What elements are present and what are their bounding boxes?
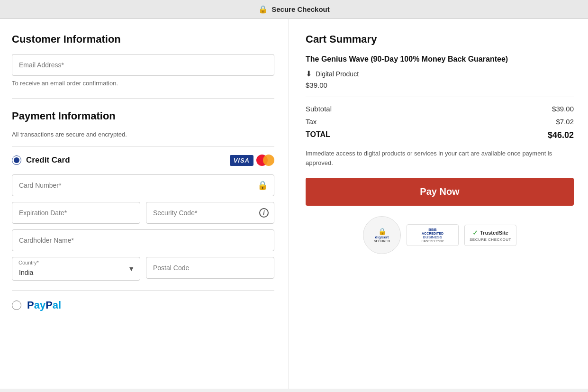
trust-badges: 🔒 digicert SECURED BBB ACCREDITED BUSINE…	[306, 216, 574, 254]
paypal-p: P	[27, 299, 34, 311]
email-hint: To receive an email order confirmation.	[12, 80, 274, 87]
expiry-field[interactable]	[12, 202, 140, 224]
expiry-wrap	[12, 202, 140, 224]
bbb-badge: BBB ACCREDITED BUSINESS Click for Profil…	[407, 224, 459, 246]
card-logos: VISA	[230, 155, 274, 166]
tax-row: Tax $7.02	[306, 118, 574, 126]
security-code-field[interactable]	[146, 202, 274, 224]
security-code-info-icon[interactable]: i	[259, 208, 269, 218]
access-note: Immediate access to digital products or …	[306, 149, 574, 167]
bbb-click: Click for Profile	[412, 239, 453, 243]
payment-information-section: Payment Information All transactions are…	[12, 110, 274, 311]
payment-section-title: Payment Information	[12, 110, 274, 122]
payment-subtitle: All transactions are secure and encrypte…	[12, 131, 274, 138]
download-icon: ⬇	[306, 69, 312, 78]
trusted-sub-label: SECURE CHECKOUT	[470, 237, 511, 242]
subtotal-label: Subtotal	[306, 105, 332, 113]
mc-right-circle	[263, 155, 274, 166]
top-bar: 🔒 Secure Checkout	[0, 0, 588, 19]
tax-value: $7.02	[556, 118, 574, 126]
card-lock-icon: 🔒	[257, 180, 268, 191]
bbb-header: BBB	[412, 228, 453, 232]
digital-product-row: ⬇ Digital Product	[306, 69, 574, 78]
postal-code-field[interactable]	[146, 257, 274, 279]
payment-divider	[12, 146, 274, 147]
digicert-secured: SECURED	[374, 239, 390, 243]
country-wrap: Country* India United States United King…	[12, 257, 140, 281]
country-postal-row: Country* India United States United King…	[12, 257, 274, 281]
paypal-al: al	[53, 299, 61, 311]
digicert-lock-icon: 🔒	[374, 228, 390, 235]
expiry-security-row: i	[12, 202, 274, 224]
bbb-accredited: ACCREDITED	[412, 232, 453, 235]
paypal-ay: ay	[34, 299, 45, 311]
subtotal-row: Subtotal $39.00	[306, 105, 574, 113]
credit-card-label: Credit Card	[26, 155, 230, 165]
visa-logo: VISA	[230, 155, 253, 166]
security-wrap: i	[146, 202, 274, 224]
country-label: Country*	[18, 260, 39, 265]
grand-total-row: TOTAL $46.02	[306, 130, 574, 140]
paypal-logo: PayPal	[27, 299, 61, 311]
cart-summary-title: Cart Summary	[306, 33, 574, 46]
secure-checkout-label: Secure Checkout	[271, 5, 330, 13]
right-panel: Cart Summary The Genius Wave (90-Day 100…	[289, 19, 588, 389]
product-price: $39.00	[306, 81, 574, 97]
subtotal-value: $39.00	[552, 105, 574, 113]
customer-information-section: Customer Information To receive an email…	[12, 33, 274, 99]
lock-icon: 🔒	[258, 5, 268, 14]
postal-wrap	[146, 257, 274, 281]
main-layout: Customer Information To receive an email…	[0, 19, 588, 389]
tax-label: Tax	[306, 118, 317, 126]
trusted-site-name: TrustedSite	[480, 230, 508, 236]
total-value: $46.02	[548, 130, 574, 140]
left-panel: Customer Information To receive an email…	[0, 19, 289, 389]
credit-card-radio[interactable]	[12, 155, 21, 165]
bbb-business: BUSINESS	[412, 235, 453, 239]
email-field[interactable]	[12, 54, 274, 76]
totals-section: Subtotal $39.00 Tax $7.02 TOTAL $46.02	[306, 105, 574, 140]
trusted-site-badge: ✓ TrustedSite SECURE CHECKOUT	[464, 225, 516, 246]
digicert-name: digicert	[374, 235, 390, 239]
digicert-badge: 🔒 digicert SECURED	[363, 216, 401, 254]
mastercard-logo	[256, 155, 274, 166]
paypal-section: PayPal	[12, 290, 274, 311]
trusted-check-icon: ✓	[472, 229, 478, 237]
product-name: The Genius Wave (90-Day 100% Money Back …	[306, 54, 574, 64]
customer-section-title: Customer Information	[12, 33, 274, 46]
total-label: TOTAL	[306, 130, 330, 140]
trusted-logo-top: ✓ TrustedSite	[470, 229, 511, 237]
digital-product-label: Digital Product	[316, 70, 359, 78]
card-number-wrap: 🔒	[12, 174, 274, 196]
digicert-inner: 🔒 digicert SECURED	[374, 228, 390, 243]
pay-now-button[interactable]: Pay Now	[306, 178, 574, 206]
paypal-radio[interactable]	[12, 301, 21, 310]
paypal-p2: P	[45, 299, 53, 311]
credit-card-method-row: Credit Card VISA	[12, 155, 274, 166]
card-number-field[interactable]	[12, 174, 274, 196]
cardholder-name-field[interactable]	[12, 229, 274, 251]
